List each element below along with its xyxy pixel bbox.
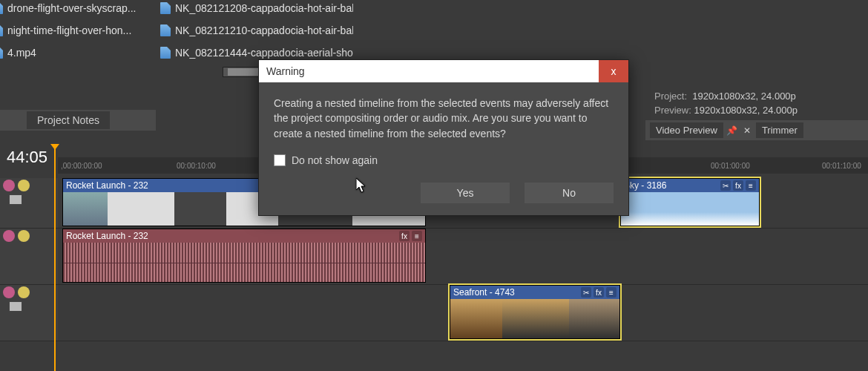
video-file-icon xyxy=(160,47,171,59)
preview-label: Preview: xyxy=(654,105,691,116)
dialog-dont-show-row[interactable]: Do not show again xyxy=(259,148,628,174)
solo-toggle-icon[interactable] xyxy=(18,180,30,191)
record-toggle-icon[interactable] xyxy=(3,230,15,242)
menu-icon[interactable]: ≡ xyxy=(412,231,422,241)
crop-icon[interactable]: ✂ xyxy=(720,180,731,191)
clip-rocket-launch-audio[interactable]: Rocket Launch - 232fx≡ 132448 xyxy=(62,229,426,283)
tab-project-notes[interactable]: Project Notes xyxy=(27,111,110,129)
mouse-cursor-icon xyxy=(356,178,368,195)
dialog-titlebar[interactable]: Warning x xyxy=(259,60,628,82)
project-info-panel: Project: 1920x1080x32, 24.000p Preview: … xyxy=(645,89,868,140)
dialog-title-text: Warning xyxy=(266,65,305,77)
record-toggle-icon[interactable] xyxy=(3,180,15,191)
clip-sky-video[interactable]: Sky - 3186✂fx≡ xyxy=(620,178,760,226)
dialog-close-button[interactable]: x xyxy=(599,60,628,82)
pin-icon[interactable]: 📌 xyxy=(726,125,738,137)
video-file-icon xyxy=(0,24,3,36)
file-item[interactable]: drone-flight-over-skyscrap... xyxy=(0,0,156,16)
yes-button[interactable]: Yes xyxy=(421,183,510,203)
file-item[interactable]: NK_082121210-cappadocia-hot-air-bal... xyxy=(160,22,353,39)
fx-icon[interactable]: fx xyxy=(399,231,410,241)
track-head-video-1[interactable] xyxy=(0,178,58,229)
file-item[interactable]: NK_082121208-cappadocia-hot-air-bal... xyxy=(160,0,353,16)
record-toggle-icon[interactable] xyxy=(3,286,15,298)
checkbox-icon[interactable] xyxy=(274,154,286,166)
video-file-icon xyxy=(0,47,3,59)
track-head-video-2[interactable] xyxy=(0,285,58,341)
file-item[interactable]: NK_082121444-cappadocia-aerial-shot... xyxy=(160,45,353,61)
tab-trimmer[interactable]: Trimmer xyxy=(756,122,803,138)
clip-seafront-video[interactable]: Seafront - 4743✂fx≡ xyxy=(450,285,620,339)
file-item[interactable]: 4.mp4 xyxy=(0,45,156,61)
project-value: 1920x1080x32, 24.000p xyxy=(692,91,796,102)
close-icon[interactable]: ✕ xyxy=(741,125,753,137)
video-file-icon xyxy=(160,24,171,36)
video-file-icon xyxy=(160,2,171,14)
solo-toggle-icon[interactable] xyxy=(18,286,30,298)
fx-icon[interactable]: fx xyxy=(594,287,604,298)
project-label: Project: xyxy=(654,91,687,102)
video-file-icon xyxy=(0,2,3,14)
tab-video-preview[interactable]: Video Preview xyxy=(650,122,723,138)
right-tab-bar: Video Preview 📌 ✕ Trimmer xyxy=(645,120,868,140)
track-head-audio-1[interactable] xyxy=(0,229,58,285)
warning-dialog: Warning x Creating a nested timeline fro… xyxy=(258,59,629,216)
solo-toggle-icon[interactable] xyxy=(18,230,30,242)
dialog-body-text: Creating a nested timeline from the sele… xyxy=(259,82,628,148)
crop-icon[interactable]: ✂ xyxy=(581,287,591,298)
no-button[interactable]: No xyxy=(525,183,614,203)
menu-icon[interactable]: ≡ xyxy=(606,287,617,298)
playhead[interactable] xyxy=(54,148,56,371)
file-item[interactable]: night-time-flight-over-hon... xyxy=(0,22,156,39)
waveform: 132448 xyxy=(63,243,425,282)
track-thumb-icon xyxy=(9,301,22,312)
track-thumb-icon xyxy=(9,194,22,205)
track-lane-video-2[interactable]: Seafront - 4743✂fx≡ xyxy=(58,285,868,341)
preview-value: 1920x1080x32, 24.000p xyxy=(694,105,798,116)
project-notes-bar: Project Notes xyxy=(0,110,156,131)
fx-icon[interactable]: fx xyxy=(733,180,743,191)
track-lane-audio-1[interactable]: Rocket Launch - 232fx≡ 132448 xyxy=(58,229,868,285)
menu-icon[interactable]: ≡ xyxy=(746,180,756,191)
dont-show-label: Do not show again xyxy=(292,154,378,166)
